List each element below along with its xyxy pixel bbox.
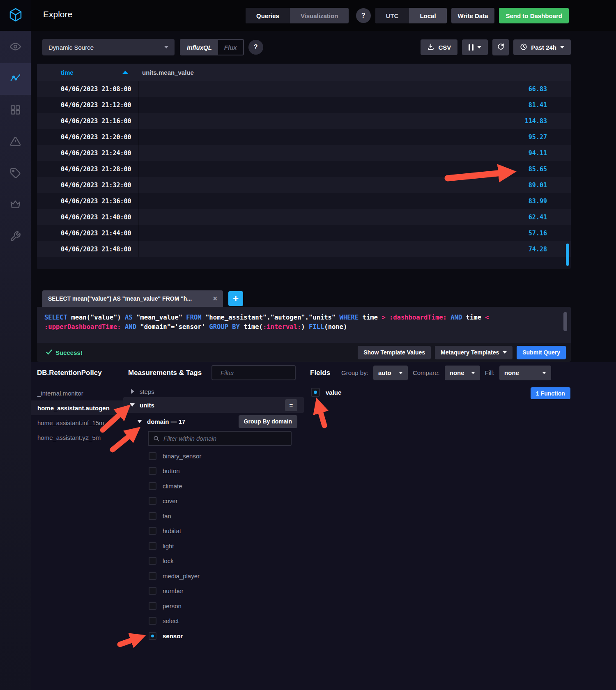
table-row: 04/06/2023 21:16:00114.83 — [37, 113, 571, 129]
source-dropdown[interactable]: Dynamic Source — [42, 39, 175, 55]
timezone-utc[interactable]: UTC — [375, 8, 409, 23]
refresh-button[interactable] — [492, 39, 509, 55]
value-cell: 85.65 — [139, 166, 571, 173]
checkbox[interactable] — [149, 527, 156, 535]
checkbox[interactable] — [149, 557, 156, 565]
domain-item[interactable]: number — [148, 584, 292, 599]
chevron-down-icon — [130, 403, 135, 407]
group-by-dropdown[interactable]: auto — [373, 366, 408, 380]
send-to-dashboard-button[interactable]: Send to Dashboard — [499, 8, 569, 23]
sidebar-item-admin[interactable] — [0, 158, 31, 190]
query-code[interactable]: SELECT mean("value") AS "mean_value" FRO… — [37, 307, 571, 343]
value-cell: 95.27 — [139, 133, 571, 141]
table-row: 04/06/2023 21:28:0085.65 — [37, 161, 571, 177]
sidebar-item-explore[interactable] — [0, 63, 31, 95]
time-cell: 04/06/2023 21:16:00 — [37, 113, 139, 129]
flux-tab[interactable]: Flux — [218, 40, 243, 55]
domain-label: number — [163, 587, 184, 594]
field-selected-toggle[interactable] — [311, 388, 320, 397]
submit-query-button[interactable]: Submit Query — [517, 346, 566, 359]
help-button[interactable]: ? — [356, 8, 371, 23]
group-by-domain-button[interactable]: Group By domain — [239, 415, 297, 428]
domain-label: button — [163, 467, 180, 474]
domain-filter-input[interactable] — [148, 431, 292, 446]
checkbox[interactable] — [149, 452, 156, 460]
domain-item[interactable]: lock — [148, 554, 292, 569]
value-column-header[interactable]: units.mean_value — [139, 69, 571, 76]
language-help-button[interactable]: ? — [248, 40, 263, 55]
domain-item[interactable]: climate — [148, 478, 292, 494]
compare-label: Compare: — [413, 369, 440, 376]
fill-dropdown[interactable]: none — [499, 366, 551, 380]
time-column-header[interactable]: time — [37, 69, 139, 76]
write-data-button[interactable]: Write Data — [451, 8, 495, 23]
measurement-filter-input[interactable] — [211, 365, 296, 380]
domain-list: binary_sensorbuttonclimatecoverfanhubita… — [148, 448, 292, 644]
table-scrollbar[interactable] — [566, 244, 569, 266]
table-row: 04/06/2023 21:08:0066.83 — [37, 81, 571, 97]
domain-filter-field[interactable] — [163, 435, 286, 442]
domain-item[interactable]: person — [148, 598, 292, 614]
sidebar-item-alerts[interactable] — [0, 126, 31, 158]
value-cell: 89.01 — [139, 182, 571, 189]
field-value-row[interactable]: value — [311, 388, 341, 397]
domain-item[interactable]: hubitat — [148, 524, 292, 539]
domain-item[interactable]: select — [148, 614, 292, 629]
metaquery-templates-label: Metaquery Templates — [441, 349, 499, 356]
checkbox[interactable] — [149, 617, 156, 625]
domain-item[interactable]: sensor — [148, 628, 292, 644]
time-range-dropdown[interactable]: Past 24h — [513, 39, 571, 55]
clock-icon — [520, 43, 527, 52]
alert-triangle-icon — [10, 136, 21, 149]
download-csv-button[interactable]: CSV — [421, 39, 457, 55]
db-item[interactable]: home_assistant.y2_5m — [31, 430, 124, 445]
page-title: Explore — [43, 9, 72, 19]
tag-filter-equals-button[interactable]: = — [285, 399, 297, 411]
checkbox[interactable] — [149, 542, 156, 550]
sidebar-item-status[interactable] — [0, 32, 31, 63]
db-item[interactable]: home_assistant.autogen — [31, 400, 124, 415]
tab-queries[interactable]: Queries — [246, 8, 290, 23]
show-template-values-button[interactable]: Show Template Values — [358, 346, 431, 359]
db-item[interactable]: home_assistant.inf_15m — [31, 415, 124, 430]
sidebar-item-dashboards[interactable] — [0, 95, 31, 126]
influxql-tab[interactable]: InfluxQL — [181, 40, 218, 55]
checkbox[interactable] — [149, 467, 156, 475]
checkbox[interactable] — [149, 512, 156, 520]
domain-item[interactable]: media_player — [148, 568, 292, 584]
checkbox[interactable] — [149, 587, 156, 595]
add-query-button[interactable]: + — [228, 291, 243, 306]
checkbox[interactable] — [149, 497, 156, 505]
sidebar-item-configuration[interactable] — [0, 221, 31, 253]
timezone-local[interactable]: Local — [409, 8, 446, 23]
value-cell: 81.41 — [139, 101, 571, 109]
editor-scrollbar[interactable] — [563, 312, 567, 331]
domain-item[interactable]: binary_sensor — [148, 448, 292, 464]
measurement-filter-field[interactable] — [221, 369, 303, 376]
checkbox[interactable] — [149, 632, 156, 640]
measurement-units[interactable]: units = — [123, 397, 304, 413]
function-count-badge[interactable]: 1 Function — [531, 387, 570, 399]
checkbox[interactable] — [149, 482, 156, 490]
sidebar-item-organizations[interactable] — [0, 190, 31, 221]
checkbox[interactable] — [149, 572, 156, 580]
domain-item[interactable]: cover — [148, 494, 292, 509]
domain-item[interactable]: fan — [148, 508, 292, 524]
close-icon[interactable]: × — [213, 295, 217, 302]
domain-label: person — [163, 603, 182, 610]
domain-item[interactable]: light — [148, 538, 292, 554]
tab-visualization[interactable]: Visualization — [290, 8, 349, 23]
query-tab[interactable]: SELECT mean("value") AS "mean_value" FRO… — [42, 290, 223, 307]
compare-value: none — [450, 369, 464, 376]
checkbox[interactable] — [149, 602, 156, 610]
header-actions: ? UTC Local Write Data Send to Dashboard — [356, 8, 569, 23]
domain-label: lock — [163, 557, 174, 564]
tag-domain[interactable]: domain — 17 Group By domain — [123, 414, 304, 429]
measurement-steps[interactable]: steps — [124, 384, 304, 398]
compare-dropdown[interactable]: none — [445, 366, 480, 380]
metaquery-templates-dropdown[interactable]: Metaquery Templates — [435, 346, 513, 359]
domain-item[interactable]: button — [148, 464, 292, 479]
db-item[interactable]: _internal.monitor — [31, 386, 124, 400]
pause-refresh-dropdown[interactable] — [462, 39, 488, 55]
query-editor: SELECT mean("value") AS "mean_value" FRO… — [37, 307, 571, 362]
